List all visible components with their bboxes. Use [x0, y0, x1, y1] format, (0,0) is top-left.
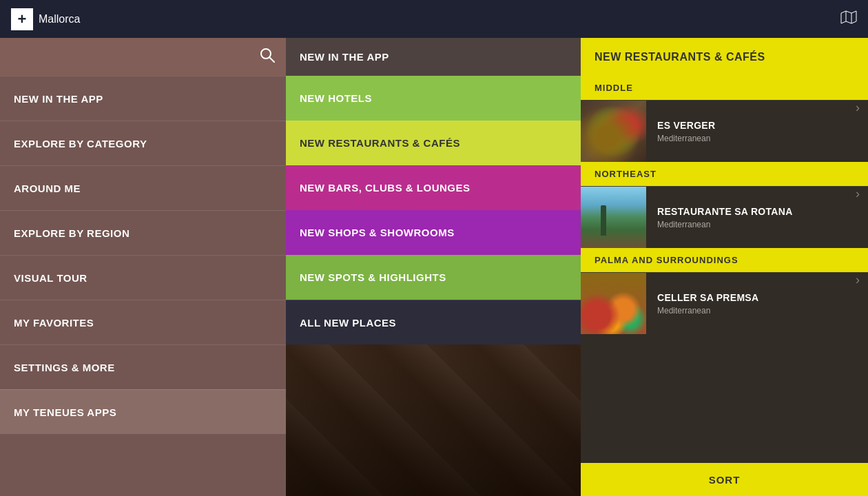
svg-line-1 [270, 57, 275, 62]
main-layout: NEW IN THE APP EXPLORE BY CATEGORY AROUN… [0, 38, 868, 496]
restaurant-thumb-sa-rotana [581, 187, 646, 248]
sidebar-item-settings[interactable]: SETTINGS & MORE [0, 344, 286, 389]
menu-item-new-spots[interactable]: NEW SPOTS & HIGHLIGHTS [286, 255, 581, 300]
sidebar-item-my-favorites[interactable]: MY FAVORITES [0, 300, 286, 344]
menu-item-new-hotels[interactable]: NEW HOTELS [286, 76, 581, 121]
search-icon[interactable] [260, 48, 275, 67]
restaurant-thumb-celler [581, 273, 646, 334]
region-label-northeast: NORTHEAST [581, 162, 868, 186]
chevron-right-icon: › [856, 101, 868, 162]
middle-panel: NEW IN THE APP NEW HOTELS NEW RESTAURANT… [286, 38, 581, 496]
restaurant-name: RESTAURANTE SA ROTANA [657, 206, 793, 217]
sidebar-item-new-in-app[interactable]: NEW IN THE APP [0, 76, 286, 121]
chevron-right-icon: › [856, 187, 868, 248]
sidebar-item-explore-by-region[interactable]: EXPLORE BY REGION [0, 210, 286, 255]
app-header: + Mallorca [0, 0, 868, 38]
sidebar-item-around-me[interactable]: AROUND ME [0, 165, 286, 210]
app-title: Mallorca [39, 13, 80, 25]
menu-item-new-shops[interactable]: NEW SHOPS & SHOWROOMS [286, 210, 581, 255]
restaurant-name: CELLER SA PREMSA [657, 292, 758, 303]
left-nav-panel: NEW IN THE APP EXPLORE BY CATEGORY AROUN… [0, 38, 286, 496]
restaurant-item-sa-rotana[interactable]: RESTAURANTE SA ROTANA Mediterranean › [581, 186, 868, 248]
search-row[interactable] [0, 38, 286, 76]
restaurant-item-es-verger[interactable]: ES VERGER Mediterranean › [581, 100, 868, 162]
restaurant-item-celler[interactable]: CELLER SA PREMSA Mediterranean › [581, 272, 868, 334]
header-brand: + Mallorca [11, 8, 80, 30]
menu-item-all-new[interactable]: ALL NEW PLACES [286, 300, 581, 344]
right-panel-header: NEW RESTAURANTS & CAFÉS [581, 38, 868, 76]
sidebar-item-visual-tour[interactable]: VISUAL TOUR [0, 255, 286, 300]
restaurant-info-sa-rotana: RESTAURANTE SA ROTANA Mediterranean [646, 187, 804, 248]
restaurant-type: Mediterranean [657, 134, 715, 143]
app-logo: + [11, 8, 33, 30]
restaurant-name: ES VERGER [657, 120, 715, 131]
restaurant-info-es-verger: ES VERGER Mediterranean [646, 101, 726, 162]
restaurant-thumb-es-verger [581, 101, 646, 162]
middle-header: NEW IN THE APP [286, 38, 581, 76]
menu-item-new-restaurants[interactable]: NEW RESTAURANTS & CAFÉS [286, 121, 581, 165]
sort-button[interactable]: SORT [581, 463, 868, 496]
restaurant-info-celler: CELLER SA PREMSA Mediterranean [646, 273, 769, 334]
middle-background-image [286, 344, 581, 496]
right-panel: NEW RESTAURANTS & CAFÉS MIDDLE ES VERGER… [581, 38, 868, 496]
map-icon[interactable] [840, 10, 857, 28]
sidebar-item-explore-by-category[interactable]: EXPLORE BY CATEGORY [0, 121, 286, 165]
menu-item-new-bars[interactable]: NEW BARS, CLUBS & LOUNGES [286, 165, 581, 210]
region-label-palma: PALMA AND SURROUNDINGS [581, 248, 868, 272]
chevron-right-icon: › [856, 273, 868, 334]
restaurant-type: Mediterranean [657, 220, 793, 229]
restaurant-type: Mediterranean [657, 306, 758, 316]
region-label-middle: MIDDLE [581, 76, 868, 100]
sidebar-item-my-teneues[interactable]: MY TENEUES APPS [0, 389, 286, 434]
